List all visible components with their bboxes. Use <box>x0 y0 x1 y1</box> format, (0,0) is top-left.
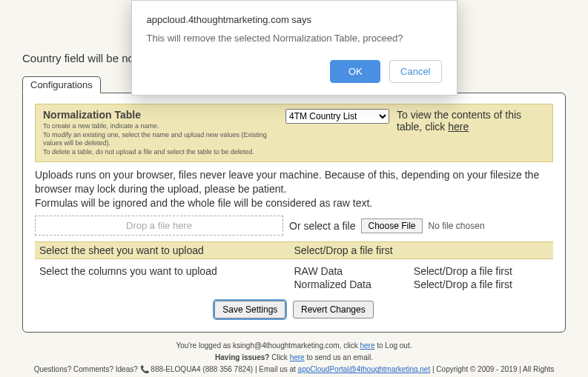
issues-email-link[interactable]: here <box>290 353 305 361</box>
file-dropzone[interactable]: Drop a file here <box>35 216 283 236</box>
normalized-data-value: Select/Drop a file first <box>414 278 549 290</box>
no-file-chosen: No file chosen <box>429 221 485 231</box>
contact-email-link[interactable]: appCloudPortal@4thoughtmarketing.net <box>298 365 431 373</box>
dialog-ok-button[interactable]: OK <box>330 60 380 83</box>
select-sheet-label: Select the sheet you want to upload <box>39 244 294 256</box>
save-settings-button[interactable]: Save Settings <box>214 301 285 318</box>
dialog-cancel-button[interactable]: Cancel <box>389 60 441 83</box>
config-panel: Normalization Table To create a new tabl… <box>22 93 566 333</box>
dialog-origin: appcloud.4thoughtmarketing.com says <box>147 14 442 25</box>
phone-text: 888-ELOQUA4 (888 356 7824) | Email us at <box>149 365 298 373</box>
confirm-dialog: appcloud.4thoughtmarketing.com says This… <box>131 0 457 96</box>
dialog-message: This will remove the selected Normalizat… <box>147 33 442 44</box>
revert-changes-button[interactable]: Revert Changes <box>293 301 374 318</box>
logout-link[interactable]: here <box>360 341 374 350</box>
having-issues-label: Having issues? <box>215 353 271 361</box>
normalized-data-label: Normalized Data <box>294 278 408 290</box>
raw-data-label: RAW Data <box>294 265 408 277</box>
upload-info-1: Uploads runs on your browser, files neve… <box>35 168 553 196</box>
normalization-table-select[interactable]: 4TM Country List <box>285 109 389 124</box>
normalization-title: Normalization Table <box>43 109 278 121</box>
contact-text: Questions? Comments? Ideas? <box>34 365 140 373</box>
tab-configurations[interactable]: Configurations <box>22 76 101 93</box>
select-columns-label: Select the columns you want to upload <box>39 265 294 290</box>
normalization-hint-2: To modify an existing one, select the na… <box>43 131 278 148</box>
normalization-hint-3: To delete a table, do not upload a file … <box>43 148 278 157</box>
raw-data-value: Select/Drop a file first <box>414 265 549 277</box>
choose-file-button[interactable]: Choose File <box>361 218 422 233</box>
upload-info-2: Formulas will be ignored and the whole f… <box>35 196 553 210</box>
logged-as-text: You're logged as ksingh@4thoughtmarketin… <box>176 341 360 350</box>
normalization-table-box: Normalization Table To create a new tabl… <box>35 104 553 162</box>
phone-icon: 📞 <box>140 365 149 373</box>
or-select-label: Or select a file <box>289 220 355 232</box>
page-footer: You're logged as ksingh@4thoughtmarketin… <box>22 340 566 377</box>
normalization-hint-1: To create a new table, indicate a name. <box>43 122 278 131</box>
select-sheet-value: Select/Drop a file first <box>294 244 549 256</box>
view-table-link[interactable]: here <box>448 121 469 133</box>
